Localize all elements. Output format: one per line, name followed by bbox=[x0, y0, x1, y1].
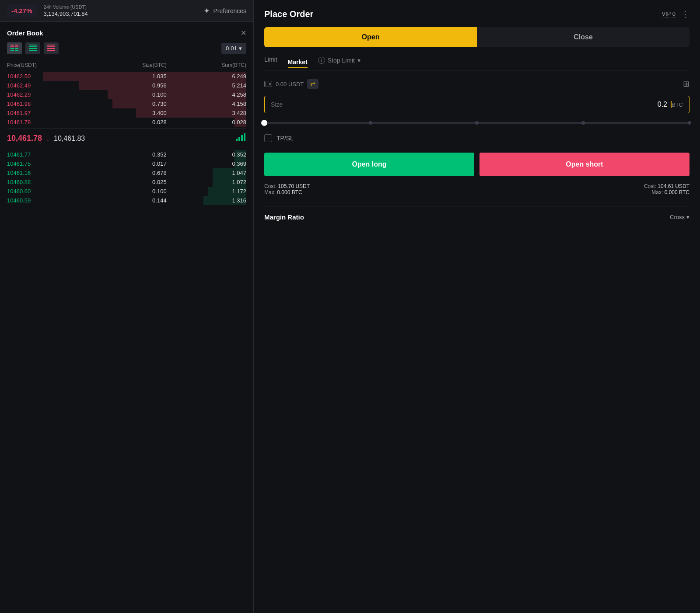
svg-rect-3 bbox=[15, 46, 18, 47]
margin-ratio-row: Margin Ratio Cross ▾ bbox=[264, 206, 690, 221]
svg-rect-0 bbox=[10, 45, 14, 45]
ask-price: 10461.78 bbox=[7, 119, 87, 125]
bid-price: 10461.16 bbox=[7, 170, 87, 176]
long-cost-label: Cost: bbox=[264, 183, 276, 189]
place-order-title: Place Order bbox=[264, 9, 313, 19]
svg-rect-5 bbox=[15, 48, 18, 49]
ask-sum: 4.258 bbox=[167, 91, 246, 98]
volume-label: 24h Volume (USDT) bbox=[44, 4, 88, 10]
svg-rect-7 bbox=[15, 50, 18, 51]
ask-rows: 10462.50 1.035 6.249 10462.49 0.956 5.21… bbox=[7, 72, 246, 127]
size-value: 0.2 bbox=[658, 101, 667, 108]
short-cost-item: Cost: 104.61 USDT Max: 0.000 BTC bbox=[480, 183, 690, 195]
price-change-badge: -4.27% bbox=[7, 4, 37, 17]
svg-rect-10 bbox=[29, 48, 37, 49]
bid-row[interactable]: 10461.16 0.678 1.047 bbox=[7, 168, 246, 178]
long-cost-value: 105.70 USDT bbox=[278, 183, 310, 189]
ob-column-headers: Price(USDT) Size(BTC) Sum(BTC) bbox=[7, 60, 246, 70]
ob-precision-value: 0.01 bbox=[226, 45, 237, 52]
cross-label: Cross bbox=[670, 214, 685, 220]
place-order-header: Place Order VIP 0 ⋮ bbox=[264, 9, 690, 19]
long-max-value: 0.000 BTC bbox=[277, 189, 302, 195]
current-price: 10,461.78 bbox=[7, 134, 42, 143]
ask-row[interactable]: 10461.78 0.028 0.028 bbox=[7, 118, 246, 127]
slider-dot-50 bbox=[475, 121, 479, 125]
col-sum: Sum(BTC) bbox=[167, 62, 246, 68]
size-input-wrapper[interactable]: Size 0.2 BTC bbox=[264, 96, 690, 113]
ask-size: 0.730 bbox=[87, 101, 166, 107]
open-long-button[interactable]: Open long bbox=[264, 153, 474, 176]
price-arrow-icon: ↓ bbox=[46, 135, 49, 142]
bid-size: 0.100 bbox=[87, 188, 166, 195]
ask-price: 10462.49 bbox=[7, 82, 87, 89]
svg-rect-2 bbox=[10, 46, 14, 47]
ask-price: 10461.98 bbox=[7, 101, 87, 107]
order-book-panel: Order Book ✕ bbox=[0, 22, 253, 613]
transfer-button[interactable]: ⇄ bbox=[307, 79, 318, 89]
bid-size: 0.678 bbox=[87, 170, 166, 176]
ask-row[interactable]: 10461.97 3.400 3.428 bbox=[7, 108, 246, 118]
col-price: Price(USDT) bbox=[7, 62, 87, 68]
bid-row[interactable]: 10461.75 0.017 0.369 bbox=[7, 159, 246, 168]
close-tab[interactable]: Close bbox=[477, 27, 690, 47]
more-options-icon[interactable]: ⋮ bbox=[681, 9, 690, 19]
right-panel: Place Order VIP 0 ⋮ Open Close Limit Mar… bbox=[254, 0, 700, 613]
preferences-label: Preferences bbox=[214, 7, 246, 14]
price-change-value: -4.27% bbox=[11, 7, 32, 14]
size-slider-container[interactable] bbox=[264, 120, 690, 125]
preferences-button[interactable]: ✦ Preferences bbox=[203, 6, 246, 16]
ask-row[interactable]: 10461.98 0.730 4.158 bbox=[7, 99, 246, 108]
tpsl-row: TP/SL bbox=[264, 134, 690, 142]
ob-view-bids-button[interactable] bbox=[25, 42, 40, 54]
svg-rect-14 bbox=[47, 48, 55, 49]
ob-precision-selector[interactable]: 0.01 ▾ bbox=[221, 43, 246, 54]
open-tab[interactable]: Open bbox=[264, 27, 477, 47]
svg-rect-6 bbox=[10, 50, 14, 51]
ob-asks-icon bbox=[47, 45, 55, 52]
volume-section: 24h Volume (USDT) 3,134,903,701.84 bbox=[44, 4, 88, 17]
calculator-icon[interactable]: ⊞ bbox=[683, 79, 690, 89]
ob-view-asks-button[interactable] bbox=[44, 42, 59, 54]
ask-row[interactable]: 10462.29 0.100 4.258 bbox=[7, 90, 246, 99]
ask-row[interactable]: 10462.50 1.035 6.249 bbox=[7, 72, 246, 81]
ob-view-both-button[interactable] bbox=[7, 42, 22, 54]
close-button[interactable]: ✕ bbox=[241, 29, 246, 37]
bid-row[interactable]: 10461.77 0.352 0.352 bbox=[7, 150, 246, 159]
order-book-title: Order Book bbox=[7, 29, 43, 37]
stop-limit-tab[interactable]: i Stop Limit ▾ bbox=[318, 57, 360, 64]
cost-info: Cost: 105.70 USDT Max: 0.000 BTC Cost: 1… bbox=[264, 183, 690, 195]
market-tab[interactable]: Market bbox=[288, 59, 308, 68]
open-short-button[interactable]: Open short bbox=[480, 153, 690, 176]
action-buttons: Open long Open short bbox=[264, 153, 690, 176]
ask-price: 10462.29 bbox=[7, 91, 87, 98]
limit-tab[interactable]: Limit bbox=[264, 56, 277, 65]
short-cost-value: 104.61 USDT bbox=[658, 183, 690, 189]
tpsl-checkbox[interactable] bbox=[264, 134, 272, 142]
bid-row[interactable]: 10460.60 0.100 1.172 bbox=[7, 187, 246, 196]
bid-row[interactable]: 10460.59 0.144 1.316 bbox=[7, 196, 246, 205]
slider-dot-25 bbox=[369, 121, 372, 125]
ask-row[interactable]: 10462.49 0.956 5.214 bbox=[7, 81, 246, 90]
col-size: Size(BTC) bbox=[87, 62, 166, 68]
ask-size: 0.028 bbox=[87, 119, 166, 125]
svg-rect-8 bbox=[29, 45, 37, 45]
sun-icon: ✦ bbox=[203, 6, 210, 16]
volume-bars-icon bbox=[236, 133, 246, 143]
ask-size: 0.100 bbox=[87, 91, 166, 98]
bid-sum: 1.316 bbox=[167, 197, 246, 204]
long-max-label: Max: bbox=[264, 189, 276, 195]
ob-bids-icon bbox=[29, 45, 37, 52]
svg-rect-1 bbox=[15, 45, 18, 45]
ask-size: 0.956 bbox=[87, 82, 166, 89]
mid-price-row: 10,461.78 ↓ 10,461.83 bbox=[7, 129, 246, 148]
ob-controls: 0.01 ▾ bbox=[7, 42, 246, 54]
bid-row[interactable]: 10460.88 0.025 1.072 bbox=[7, 178, 246, 187]
slider-thumb[interactable] bbox=[261, 120, 267, 126]
cross-dropdown[interactable]: Cross ▾ bbox=[670, 214, 690, 220]
bid-price: 10460.88 bbox=[7, 179, 87, 185]
svg-rect-21 bbox=[269, 83, 271, 85]
size-slider[interactable] bbox=[264, 122, 690, 124]
wallet-icon bbox=[264, 81, 272, 87]
volume-value: 3,134,903,701.84 bbox=[44, 10, 88, 17]
vip-badge: VIP 0 bbox=[662, 10, 676, 18]
